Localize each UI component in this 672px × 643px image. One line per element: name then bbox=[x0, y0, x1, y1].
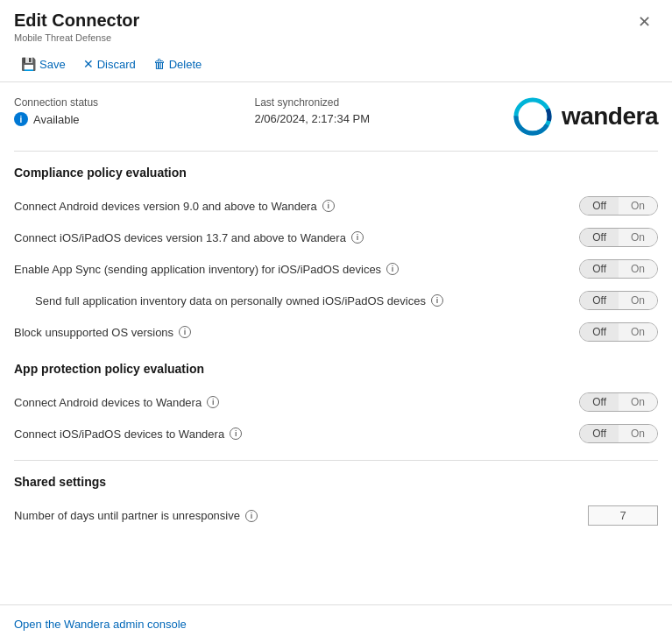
shared-settings-title: Shared settings bbox=[14, 461, 658, 499]
toggle-on-0[interactable]: On bbox=[619, 197, 657, 215]
compliance-toggle-2[interactable]: Off On bbox=[579, 259, 658, 279]
status-section: Connection status i Available Last synch… bbox=[14, 82, 658, 152]
delete-button[interactable]: 🗑 Delete bbox=[146, 53, 209, 74]
toggle-off-0[interactable]: Off bbox=[580, 197, 619, 215]
footer: Open the Wandera admin console bbox=[0, 604, 672, 643]
compliance-setting-row-2: Enable App Sync (sending application inv… bbox=[14, 253, 658, 285]
main-content: Connection status i Available Last synch… bbox=[0, 82, 672, 604]
close-button[interactable]: ✕ bbox=[631, 11, 658, 33]
discard-button[interactable]: ✕ Discard bbox=[76, 53, 143, 74]
delete-icon: 🗑 bbox=[153, 57, 166, 71]
app-protection-setting-row-0: Connect Android devices to Wandera i Off… bbox=[14, 386, 658, 418]
dialog-header: Edit Connector Mobile Threat Defense ✕ bbox=[0, 0, 672, 48]
toggle-on-4[interactable]: On bbox=[619, 323, 657, 341]
last-synchronized-label: Last synchronized bbox=[254, 96, 494, 109]
wandera-brand-name: wandera bbox=[562, 102, 658, 131]
app-protection-toggle-0[interactable]: Off On bbox=[579, 392, 658, 412]
compliance-toggle-0[interactable]: Off On bbox=[579, 196, 658, 216]
app-protection-section-title: App protection policy evaluation bbox=[14, 348, 658, 386]
wandera-admin-console-link[interactable]: Open the Wandera admin console bbox=[14, 618, 187, 631]
discard-icon: ✕ bbox=[83, 57, 94, 71]
app-protection-setting-label-0: Connect Android devices to Wandera i bbox=[14, 396, 579, 409]
toggle-on-3[interactable]: On bbox=[619, 292, 657, 309]
compliance-setting-label-2: Enable App Sync (sending application inv… bbox=[14, 263, 579, 276]
save-button[interactable]: 💾 Save bbox=[14, 53, 73, 74]
app-toggle-off-0[interactable]: Off bbox=[580, 393, 619, 411]
compliance-toggle-4[interactable]: Off On bbox=[579, 322, 658, 342]
last-synchronized-value: 2/06/2024, 2:17:34 PM bbox=[254, 112, 494, 125]
info-icon-2[interactable]: i bbox=[386, 263, 399, 275]
toggle-on-1[interactable]: On bbox=[619, 229, 657, 246]
dialog-subtitle: Mobile Threat Defense bbox=[14, 32, 139, 43]
app-protection-info-icon-1[interactable]: i bbox=[230, 427, 242, 440]
toggle-off-2[interactable]: Off bbox=[580, 260, 619, 278]
days-setting-row: Number of days until partner is unrespon… bbox=[14, 499, 658, 532]
shared-settings-section: Shared settings Number of days until par… bbox=[14, 461, 658, 542]
days-input[interactable] bbox=[588, 505, 658, 526]
compliance-setting-label-3: Send full application inventory data on … bbox=[14, 294, 579, 307]
info-icon-3[interactable]: i bbox=[431, 294, 443, 307]
info-icon-0[interactable]: i bbox=[322, 200, 335, 212]
app-protection-toggle-1[interactable]: Off On bbox=[579, 424, 658, 443]
app-toggle-off-1[interactable]: Off bbox=[580, 425, 619, 442]
info-icon: i bbox=[14, 112, 28, 126]
dialog-title: Edit Connector bbox=[14, 11, 139, 31]
connection-status-block: Connection status i Available bbox=[14, 96, 254, 126]
toggle-off-3[interactable]: Off bbox=[580, 292, 619, 309]
app-protection-setting-label-1: Connect iOS/iPadOS devices to Wandera i bbox=[14, 427, 579, 441]
connection-status-label: Connection status bbox=[14, 96, 254, 109]
info-icon-4[interactable]: i bbox=[179, 326, 191, 338]
compliance-section: Compliance policy evaluation Connect And… bbox=[14, 152, 658, 348]
app-protection-setting-row-1: Connect iOS/iPadOS devices to Wandera i … bbox=[14, 418, 658, 449]
compliance-setting-label-1: Connect iOS/iPadOS devices version 13.7 … bbox=[14, 231, 579, 244]
compliance-toggle-3[interactable]: Off On bbox=[579, 291, 658, 310]
connection-status-value: i Available bbox=[14, 112, 254, 126]
app-protection-info-icon-0[interactable]: i bbox=[207, 396, 219, 408]
edit-connector-dialog: Edit Connector Mobile Threat Defense ✕ 💾… bbox=[0, 0, 672, 643]
compliance-setting-label-4: Block unsupported OS versions i bbox=[14, 326, 579, 339]
wandera-logo-ring bbox=[513, 96, 553, 137]
toolbar: 💾 Save ✕ Discard 🗑 Delete bbox=[0, 48, 672, 82]
days-setting-label: Number of days until partner is unrespon… bbox=[14, 509, 588, 522]
header-text: Edit Connector Mobile Threat Defense bbox=[14, 11, 139, 43]
info-icon-1[interactable]: i bbox=[351, 231, 364, 244]
days-info-icon[interactable]: i bbox=[245, 510, 258, 522]
save-icon: 💾 bbox=[21, 57, 36, 71]
app-toggle-on-0[interactable]: On bbox=[619, 393, 657, 411]
compliance-setting-label-0: Connect Android devices version 9.0 and … bbox=[14, 200, 579, 213]
wandera-logo: wandera bbox=[513, 96, 658, 137]
toggle-off-1[interactable]: Off bbox=[580, 229, 619, 246]
compliance-setting-row-0: Connect Android devices version 9.0 and … bbox=[14, 190, 658, 222]
app-protection-section: App protection policy evaluation Connect… bbox=[14, 348, 658, 461]
last-synchronized-block: Last synchronized 2/06/2024, 2:17:34 PM bbox=[254, 96, 494, 125]
compliance-setting-row-1: Connect iOS/iPadOS devices version 13.7 … bbox=[14, 222, 658, 253]
compliance-section-title: Compliance policy evaluation bbox=[14, 152, 658, 190]
compliance-setting-row-4: Block unsupported OS versions i Off On bbox=[14, 316, 658, 348]
compliance-setting-row-3: Send full application inventory data on … bbox=[14, 285, 658, 316]
app-toggle-on-1[interactable]: On bbox=[619, 425, 657, 442]
compliance-toggle-1[interactable]: Off On bbox=[579, 228, 658, 247]
toggle-off-4[interactable]: Off bbox=[580, 323, 619, 341]
toggle-on-2[interactable]: On bbox=[619, 260, 657, 278]
